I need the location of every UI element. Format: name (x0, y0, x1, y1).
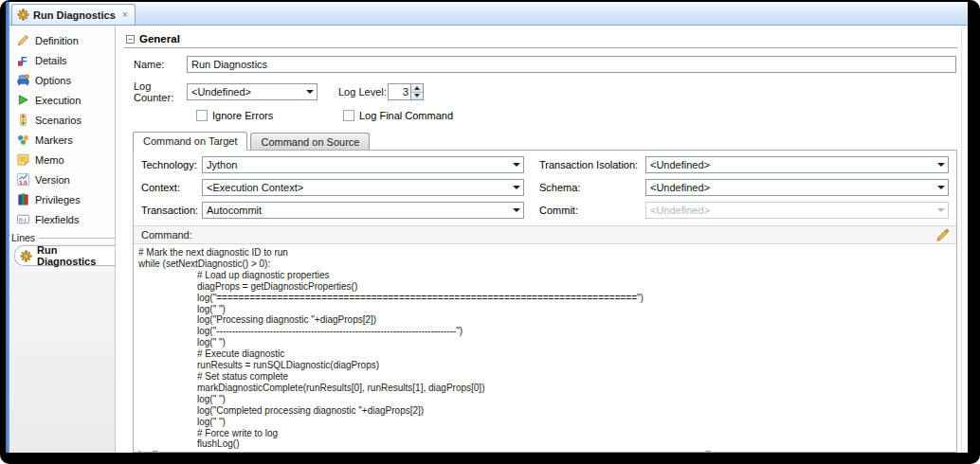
chevron-down-icon (509, 157, 523, 172)
editor-sidebar: Definition F Details Options Execution (9, 26, 116, 453)
commit-value: <Undefined> (646, 205, 934, 216)
document-tabstrip: Run Diagnostics × (9, 2, 968, 26)
chevron-down-icon (302, 84, 317, 99)
context-row: Context: <Execution Context> Schema: <Un… (141, 179, 949, 196)
line-item-run-diagnostics[interactable]: Run Diagnostics (14, 245, 115, 266)
transaction-label: Transaction: (141, 205, 202, 216)
lines-list: Run Diagnostics (9, 243, 115, 453)
log-level-label: Log Level: (338, 86, 388, 98)
document-tab-run-diagnostics[interactable]: Run Diagnostics × (11, 4, 136, 25)
technology-select[interactable]: Jython (202, 156, 524, 173)
edit-pencil-icon[interactable] (935, 228, 950, 242)
sidebar-item-label: Scenarios (35, 115, 82, 126)
commit-label: Commit: (539, 205, 645, 216)
document-tab-label: Run Diagnostics (33, 9, 116, 21)
name-row: Name: Run Diagnostics (124, 56, 959, 73)
options-icon (16, 73, 30, 87)
sidebar-item-privileges[interactable]: Privileges (9, 189, 115, 209)
chevron-down-icon (509, 180, 523, 195)
sidebar-item-scenarios[interactable]: Scenarios (9, 110, 115, 130)
transaction-select[interactable]: Autocommit (202, 202, 524, 219)
command-label: Command: (141, 229, 192, 241)
lines-section-header: Lines (9, 232, 115, 243)
svg-text:f(-): f(-) (19, 216, 27, 223)
transaction-isolation-select[interactable]: <Undefined> (645, 156, 949, 173)
lines-section-label: Lines (11, 232, 35, 243)
chevron-down-icon (934, 157, 948, 172)
play-icon (16, 93, 30, 107)
context-value: <Execution Context> (203, 182, 509, 193)
pencil-icon (16, 33, 30, 47)
ignore-errors-checkbox[interactable] (196, 110, 208, 121)
command-tabstrip: Command on Target Command on Source (124, 131, 959, 150)
ignore-errors-label: Ignore Errors (212, 110, 273, 121)
tab-command-on-target[interactable]: Command on Target (133, 132, 247, 151)
schema-label: Schema: (539, 182, 645, 193)
sidebar-item-label: Version (35, 174, 70, 186)
sidebar-item-label: Execution (35, 95, 81, 106)
general-section-header: − General (124, 31, 957, 48)
collapse-icon[interactable]: − (126, 35, 135, 44)
log-counter-select[interactable]: <Undefined> (187, 83, 318, 100)
version-icon: 1.0 (16, 172, 30, 187)
sidebar-item-flexfields[interactable]: f(-) Flexfields (9, 209, 115, 229)
command-code-editor[interactable]: # Mark the next diagnostic ID to run whi… (134, 244, 956, 452)
flexfields-icon: f(-) (16, 212, 30, 226)
app-window: Run Diagnostics × Definition F Details (6, 2, 968, 453)
technology-row: Technology: Jython Transaction Isolation… (141, 156, 949, 173)
schema-select[interactable]: <Undefined> (645, 179, 949, 196)
sidebar-item-details[interactable]: F Details (9, 50, 115, 70)
sidebar-item-label: Definition (35, 35, 79, 46)
schema-value: <Undefined> (646, 182, 934, 193)
log-counter-label: Log Counter: (124, 80, 187, 103)
svg-text:F: F (21, 55, 27, 66)
traffic-light-icon (16, 113, 30, 127)
ignore-errors-option[interactable]: Ignore Errors (196, 110, 343, 121)
log-final-command-option[interactable]: Log Final Command (343, 110, 453, 121)
gear-icon (20, 250, 32, 262)
details-icon: F (16, 53, 30, 67)
task-editor-panel: − General Name: Run Diagnostics Log Coun… (116, 26, 961, 453)
sidebar-item-label: Options (35, 75, 71, 86)
sidebar-item-label: Details (35, 55, 67, 66)
sidebar-item-label: Flexfields (35, 214, 79, 225)
chevron-down-icon (509, 203, 523, 218)
sidebar-item-label: Privileges (35, 194, 81, 205)
sidebar-item-memo[interactable]: Memo (9, 150, 115, 170)
log-level-stepper[interactable]: 3 (388, 83, 424, 100)
sidebar-item-options[interactable]: Options (9, 70, 115, 90)
transaction-value: Autocommit (203, 205, 509, 216)
command-on-target-panel: Technology: Jython Transaction Isolation… (133, 150, 957, 453)
sidebar-item-markers[interactable]: Markers (9, 130, 115, 150)
log-counter-value: <Undefined> (188, 86, 302, 98)
chevron-down-icon (934, 203, 948, 218)
context-label: Context: (141, 182, 202, 193)
screenshot-frame: Run Diagnostics × Definition F Details (0, 0, 980, 464)
technology-label: Technology: (141, 159, 202, 170)
spinner-down-button[interactable] (411, 93, 423, 100)
sidebar-item-definition[interactable]: Definition (9, 30, 115, 50)
books-icon (16, 192, 30, 206)
line-item-label: Run Diagnostics (37, 244, 115, 267)
log-final-command-label: Log Final Command (359, 110, 453, 121)
sidebar-item-version[interactable]: 1.0 Version (9, 170, 115, 189)
spinner-up-button[interactable] (411, 84, 423, 93)
transaction-isolation-label: Transaction Isolation: (539, 159, 645, 170)
log-final-command-checkbox[interactable] (343, 110, 354, 121)
tab-command-on-source[interactable]: Command on Source (250, 133, 370, 150)
memo-icon (16, 152, 30, 167)
close-icon[interactable]: × (122, 10, 128, 20)
markers-icon (16, 133, 30, 147)
window-edge-stripe (6, 2, 9, 453)
name-input[interactable]: Run Diagnostics (187, 56, 956, 73)
log-counter-row: Log Counter: <Undefined> Log Level: 3 (124, 80, 959, 103)
sidebar-item-label: Memo (35, 154, 64, 166)
gear-icon (17, 9, 29, 21)
chevron-down-icon (934, 180, 948, 195)
name-value: Run Diagnostics (191, 59, 267, 70)
transaction-row: Transaction: Autocommit Commit: <Undefin… (141, 202, 949, 219)
name-label: Name: (124, 59, 187, 70)
context-select[interactable]: <Execution Context> (202, 179, 524, 196)
transaction-isolation-value: <Undefined> (646, 159, 934, 170)
sidebar-item-execution[interactable]: Execution (9, 90, 115, 110)
